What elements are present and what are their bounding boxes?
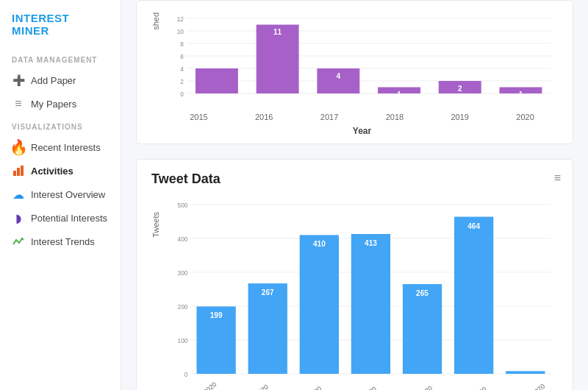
interest-overview-icon: ☁ — [12, 188, 25, 201]
tweets-chart-title: Tweet Data — [151, 171, 558, 187]
svg-rect-17 — [196, 68, 238, 93]
svg-text:2: 2 — [180, 78, 184, 85]
sidebar-item-label: Potential Interests — [31, 213, 107, 224]
sidebar-item-potential-interests[interactable]: ◗ Potential Interests — [0, 206, 121, 230]
svg-text:0: 0 — [180, 91, 184, 98]
svg-rect-42 — [248, 283, 287, 374]
svg-rect-44 — [300, 235, 339, 374]
interest-trends-icon — [12, 235, 25, 248]
main-content: shed 024681012114121 2015 2016 2017 2018… — [121, 0, 588, 390]
add-paper-icon: ➕ — [12, 74, 25, 87]
sidebar-item-activities[interactable]: Activities — [0, 159, 121, 182]
my-papers-icon: ≡ — [12, 97, 25, 110]
svg-text:11: 11 — [273, 27, 282, 36]
svg-text:265: 265 — [416, 288, 429, 297]
svg-text:6: 6 — [180, 53, 184, 60]
sidebar-item-my-papers[interactable]: ≡ My Papers — [0, 92, 121, 116]
sidebar-item-label: Activities — [31, 166, 74, 177]
svg-rect-46 — [351, 234, 390, 374]
sidebar-item-label: Interest Trends — [31, 236, 95, 247]
tweets-y-axis-label: Tweets — [151, 197, 160, 238]
svg-text:400: 400 — [178, 235, 188, 243]
sidebar: INTEREST MINER DATA MANAGEMENT ➕ Add Pap… — [0, 0, 121, 390]
pub-x-label: 2015 — [166, 113, 232, 121]
svg-rect-0 — [13, 171, 16, 176]
sidebar-item-label: Add Paper — [31, 75, 76, 86]
svg-text:200: 200 — [178, 303, 188, 311]
sidebar-item-add-paper[interactable]: ➕ Add Paper — [0, 68, 121, 92]
svg-text:1: 1 — [397, 90, 401, 99]
svg-text:300: 300 — [178, 269, 188, 277]
pub-x-label: 2017 — [297, 113, 362, 121]
svg-text:8: 8 — [180, 40, 184, 48]
activities-icon — [12, 164, 25, 177]
svg-text:199: 199 — [210, 311, 223, 319]
svg-rect-2 — [21, 166, 24, 176]
svg-rect-48 — [403, 284, 442, 374]
svg-rect-52 — [506, 371, 545, 374]
pub-x-axis-title: Year — [166, 126, 558, 136]
pub-x-label: 2018 — [362, 113, 427, 121]
svg-text:2: 2 — [458, 84, 462, 93]
pub-y-axis-label: shed — [151, 13, 160, 33]
svg-text:4: 4 — [180, 65, 184, 73]
chart-menu-icon[interactable]: ≡ — [554, 171, 561, 185]
sidebar-item-label: My Papers — [31, 99, 76, 110]
section-label-data: DATA MANAGEMENT — [0, 49, 121, 68]
svg-text:267: 267 — [262, 288, 274, 297]
sidebar-item-interest-overview[interactable]: ☁ Interest Overview — [0, 182, 121, 206]
svg-text:12: 12 — [177, 15, 184, 23]
pub-x-label: 2020 — [492, 113, 558, 121]
sidebar-item-label: Recent Interests — [31, 142, 101, 153]
tweets-bar-chart: 0100200300400500199267410413265464 — [166, 197, 558, 389]
section-label-viz: VISUALIZATIONS — [0, 116, 121, 135]
recent-interests-icon: 🔥 — [12, 141, 25, 154]
app-logo: INTEREST MINER — [0, 12, 121, 49]
publications-chart-card: shed 024681012114121 2015 2016 2017 2018… — [136, 0, 573, 144]
svg-text:1: 1 — [519, 90, 523, 99]
svg-text:464: 464 — [467, 221, 480, 230]
svg-rect-50 — [454, 217, 493, 374]
svg-text:500: 500 — [178, 202, 188, 209]
svg-text:0: 0 — [184, 371, 188, 378]
potential-interests-icon: ◗ — [12, 211, 25, 224]
pub-x-label: 2019 — [427, 113, 492, 121]
svg-text:100: 100 — [178, 337, 188, 344]
svg-text:10: 10 — [177, 28, 184, 35]
svg-rect-1 — [17, 168, 20, 176]
svg-text:4: 4 — [337, 71, 341, 80]
sidebar-item-recent-interests[interactable]: 🔥 Recent Interests — [0, 135, 121, 159]
sidebar-item-label: Interest Overview — [31, 189, 105, 200]
svg-text:410: 410 — [313, 239, 326, 248]
sidebar-item-interest-trends[interactable]: Interest Trends — [0, 230, 121, 253]
svg-text:413: 413 — [365, 238, 377, 247]
publications-bar-chart: 024681012114121 — [166, 13, 558, 108]
pub-x-label: 2016 — [232, 113, 297, 121]
tweets-chart-card: Tweet Data ≡ Tweets 01002003004005001992… — [136, 159, 573, 390]
